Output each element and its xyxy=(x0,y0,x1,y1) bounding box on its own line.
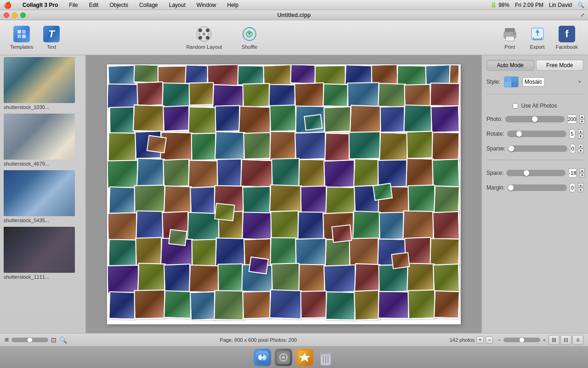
photo-thumbnail xyxy=(4,57,75,103)
random-layout-button[interactable]: Random Layout xyxy=(181,23,226,52)
resize-icon[interactable]: ⤢ xyxy=(581,12,584,17)
rotate-param-label: Rotate: xyxy=(486,131,504,137)
rotate-param-row: Rotate: 5 ▲ ▼ xyxy=(486,129,583,138)
list-item[interactable]: shutterstock_1030... xyxy=(0,55,85,112)
menu-appname[interactable]: CollagIt 3 Pro xyxy=(21,1,60,9)
details-view-button[interactable]: ≡ xyxy=(572,335,583,345)
svg-point-9 xyxy=(203,33,205,35)
main-content: shutterstock_1030... shutterstock_4679..… xyxy=(0,55,588,333)
canvas-area[interactable] xyxy=(86,55,481,333)
space-stepper-down[interactable]: ▼ xyxy=(579,173,585,178)
style-select[interactable]: Mosaic Grid Linear Edges xyxy=(522,77,545,86)
menu-file[interactable]: File xyxy=(67,1,79,9)
style-row: Style: Mosaic Grid Linear Edges xyxy=(486,76,583,87)
collapse-icon[interactable]: ⊡ xyxy=(51,336,57,344)
list-item[interactable]: shutterstock_4679... xyxy=(0,112,85,168)
dock-trash-icon[interactable] xyxy=(317,349,334,366)
use-all-checkbox[interactable] xyxy=(513,103,518,109)
photo-param-label: Photo: xyxy=(486,116,503,122)
margin-stepper-down[interactable]: ▼ xyxy=(578,188,583,192)
photo-panel[interactable]: shutterstock_1030... shutterstock_4679..… xyxy=(0,55,86,333)
style-preview-cell2 xyxy=(511,77,518,82)
sparse-stepper-up[interactable]: ▲ xyxy=(578,144,583,149)
facebook-label: Facebook xyxy=(556,44,578,50)
rotate-stepper-up[interactable]: ▲ xyxy=(578,129,583,134)
bottom-bar: ⊞ ⊡ 🔍 Page: 800 x 600 pixel Photos: 200 … xyxy=(0,333,588,346)
zoom-in-icon[interactable]: + xyxy=(543,337,546,343)
list-item[interactable]: shutterstock_5435... xyxy=(0,168,85,225)
text-button[interactable]: T Text xyxy=(38,23,65,52)
titlebar: Untitled.cipp ⤢ xyxy=(0,10,588,20)
space-stepper-up[interactable]: ▲ xyxy=(579,168,585,173)
space-stepper[interactable]: ▲ ▼ xyxy=(579,168,585,178)
maximize-button[interactable] xyxy=(20,12,26,18)
list-item[interactable]: shutterstock_1111... xyxy=(0,225,85,282)
photo-stepper-down[interactable]: ▼ xyxy=(579,119,585,124)
zoom-slider-right[interactable] xyxy=(503,338,540,342)
menu-objects[interactable]: Objects xyxy=(107,1,130,9)
zoom-icon[interactable]: 🔍 xyxy=(59,336,67,344)
menu-help[interactable]: Help xyxy=(225,1,240,9)
zoom-out-icon[interactable]: − xyxy=(498,337,500,343)
photo-stepper-up[interactable]: ▲ xyxy=(579,115,585,119)
bottom-center: Page: 800 x 600 pixel Photos: 200 xyxy=(71,337,446,343)
shuffle-button[interactable]: Shuffle xyxy=(236,23,263,52)
dock-finder-icon[interactable] xyxy=(254,349,271,366)
remove-photo-button[interactable]: − xyxy=(486,336,493,344)
rotate-slider[interactable] xyxy=(507,131,566,137)
style-label: Style: xyxy=(486,79,500,85)
dock-sysprefs-icon[interactable] xyxy=(275,349,292,366)
templates-button[interactable]: Templates xyxy=(6,23,38,52)
grid-view-button[interactable]: ⊞ xyxy=(548,335,560,345)
svg-point-8 xyxy=(206,36,209,40)
style-select-wrapper[interactable]: Mosaic Grid Linear Edges xyxy=(522,77,583,86)
templates-label: Templates xyxy=(10,44,33,50)
print-button[interactable]: Print xyxy=(496,23,524,52)
export-button[interactable]: Export xyxy=(524,23,551,52)
photo-param-row: Photo: 200 ▲ ▼ xyxy=(486,115,583,124)
menu-edit[interactable]: Edit xyxy=(87,1,101,9)
bottom-left: ⊞ ⊡ 🔍 xyxy=(5,336,67,344)
auto-mode-button[interactable]: Auto Mode xyxy=(486,60,534,71)
zoom-slider-left[interactable] xyxy=(11,338,48,342)
rotate-value: 5 xyxy=(569,129,575,138)
menu-window[interactable]: Window xyxy=(195,1,218,9)
expand-icon[interactable]: ⊞ xyxy=(5,337,9,343)
sparse-stepper[interactable]: ▲ ▼ xyxy=(578,144,583,153)
fit-view-button[interactable]: ⊟ xyxy=(560,335,571,345)
dock-spectacle-icon[interactable] xyxy=(296,349,313,366)
mode-buttons: Auto Mode Free Mode xyxy=(486,60,583,71)
menubar-time: Fri 2:09 PM xyxy=(515,2,543,8)
add-photo-button[interactable]: + xyxy=(476,336,484,344)
svg-point-23 xyxy=(261,354,263,357)
photo-slider[interactable] xyxy=(505,116,565,122)
svg-rect-0 xyxy=(17,30,21,34)
collage-canvas[interactable] xyxy=(107,64,461,324)
free-mode-button[interactable]: Free Mode xyxy=(536,60,584,71)
menu-collage[interactable]: Collage xyxy=(137,1,160,9)
margin-stepper[interactable]: ▲ ▼ xyxy=(578,183,583,192)
minimize-button[interactable] xyxy=(12,12,17,18)
svg-rect-16 xyxy=(507,37,513,38)
sparse-stepper-down[interactable]: ▼ xyxy=(578,149,583,153)
photos-count: 142 photos + − xyxy=(450,336,493,344)
menu-layout[interactable]: Layout xyxy=(167,1,187,9)
photo-value: 200 xyxy=(567,115,577,124)
rotate-stepper-down[interactable]: ▼ xyxy=(578,134,583,138)
space-param-label: Space: xyxy=(486,170,503,176)
sparse-slider[interactable] xyxy=(508,145,567,152)
close-button[interactable] xyxy=(4,12,9,18)
space-slider[interactable] xyxy=(506,170,565,176)
random-layout-icon xyxy=(196,26,212,42)
style-preview xyxy=(504,76,519,87)
rotate-stepper[interactable]: ▲ ▼ xyxy=(578,129,583,138)
margin-stepper-up[interactable]: ▲ xyxy=(578,183,583,188)
photo-thumbnail xyxy=(4,227,75,273)
margin-slider[interactable] xyxy=(508,184,567,191)
apple-menu[interactable]: 🍎 xyxy=(4,1,11,9)
facebook-button[interactable]: f Facebook xyxy=(551,23,582,52)
menubar-search[interactable]: 🔍 xyxy=(577,2,584,8)
photo-stepper[interactable]: ▲ ▼ xyxy=(579,115,585,124)
text-icon: T xyxy=(43,26,60,42)
svg-rect-36 xyxy=(323,351,328,353)
